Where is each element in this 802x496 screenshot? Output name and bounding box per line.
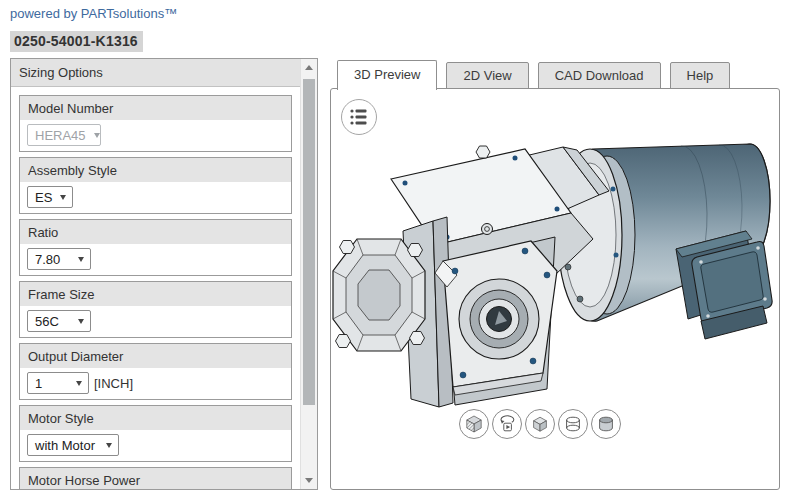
shaded-display-button[interactable] (591, 409, 621, 439)
wireframe-display-icon (561, 412, 585, 436)
motor-style-select[interactable]: with Motor (27, 434, 119, 456)
field-assembly-style: Assembly Style ES (19, 157, 292, 214)
field-label: Model Number (20, 96, 291, 120)
ratio-select[interactable]: 7.80 (27, 248, 91, 270)
select-value: with Motor (35, 438, 95, 453)
dropdown-arrow-icon (78, 257, 84, 262)
field-body: 1 [INCH] (20, 368, 291, 399)
select-value: 1 (35, 376, 42, 391)
select-value: ES (35, 190, 52, 205)
field-body: HERA45 (20, 120, 291, 151)
field-label: Motor Style (20, 406, 291, 430)
sidebar-content: Sizing Options Model Number HERA45 Assem… (11, 59, 300, 489)
field-model-number: Model Number HERA45 (19, 95, 292, 152)
preview-tabs: 3D Preview 2D View CAD Download Help (337, 60, 739, 90)
dropdown-arrow-icon (78, 319, 84, 324)
tab-help[interactable]: Help (670, 62, 731, 89)
preview-menu-button[interactable] (341, 99, 377, 135)
shaded-display-icon (594, 412, 618, 436)
select-value: 7.80 (35, 252, 60, 267)
model-number-select: HERA45 (27, 124, 101, 146)
scrollbar-thumb[interactable] (303, 79, 315, 405)
unit-label: [INCH] (94, 376, 133, 391)
sidebar-title: Sizing Options (11, 59, 300, 87)
field-label: Ratio (20, 220, 291, 244)
dropdown-arrow-icon (60, 195, 66, 200)
tab-3d-preview[interactable]: 3D Preview (337, 60, 437, 90)
frame-size-select[interactable]: 56C (27, 310, 91, 332)
field-label: Motor Horse Power (20, 468, 291, 489)
select-value: HERA45 (35, 128, 86, 143)
sidebar-groups: Model Number HERA45 Assembly Style ES (11, 87, 300, 489)
isometric-view-button[interactable] (525, 409, 555, 439)
select-value: 56C (35, 314, 59, 329)
tab-2d-view[interactable]: 2D View (446, 62, 528, 89)
dropdown-arrow-icon (76, 381, 82, 386)
field-frame-size: Frame Size 56C (19, 281, 292, 338)
field-motor-horse-power: Motor Horse Power (19, 467, 292, 489)
field-body: 7.80 (20, 244, 291, 275)
section-view-icon (462, 412, 486, 436)
field-label: Assembly Style (20, 158, 291, 182)
dropdown-arrow-icon (94, 133, 100, 138)
scroll-down-arrow-icon[interactable] (301, 472, 317, 489)
output-diameter-select[interactable]: 1 (27, 372, 89, 394)
rotate-animation-icon (495, 412, 519, 436)
3d-preview-panel (330, 88, 780, 490)
assembly-style-select[interactable]: ES (27, 186, 73, 208)
powered-by-link[interactable]: powered by PARTsolutions™ (10, 6, 177, 21)
dropdown-arrow-icon (106, 443, 112, 448)
sizing-options-sidebar: Sizing Options Model Number HERA45 Assem… (10, 58, 318, 490)
list-menu-icon (348, 106, 370, 128)
part-number: 0250-54001-K1316 (10, 31, 143, 52)
section-view-button[interactable] (459, 409, 489, 439)
scroll-up-arrow-icon[interactable] (301, 59, 317, 76)
sidebar-scrollbar[interactable] (300, 59, 317, 489)
field-label: Frame Size (20, 282, 291, 306)
rotate-animation-button[interactable] (492, 409, 522, 439)
wireframe-display-button[interactable] (558, 409, 588, 439)
view-toolbar (459, 409, 621, 439)
tab-cad-download[interactable]: CAD Download (538, 62, 661, 89)
field-label: Output Diameter (20, 344, 291, 368)
field-body: ES (20, 182, 291, 213)
isometric-view-icon (528, 412, 552, 436)
field-body: with Motor (20, 430, 291, 461)
field-output-diameter: Output Diameter 1 [INCH] (19, 343, 292, 400)
field-motor-style: Motor Style with Motor (19, 405, 292, 462)
field-body: 56C (20, 306, 291, 337)
field-ratio: Ratio 7.80 (19, 219, 292, 276)
